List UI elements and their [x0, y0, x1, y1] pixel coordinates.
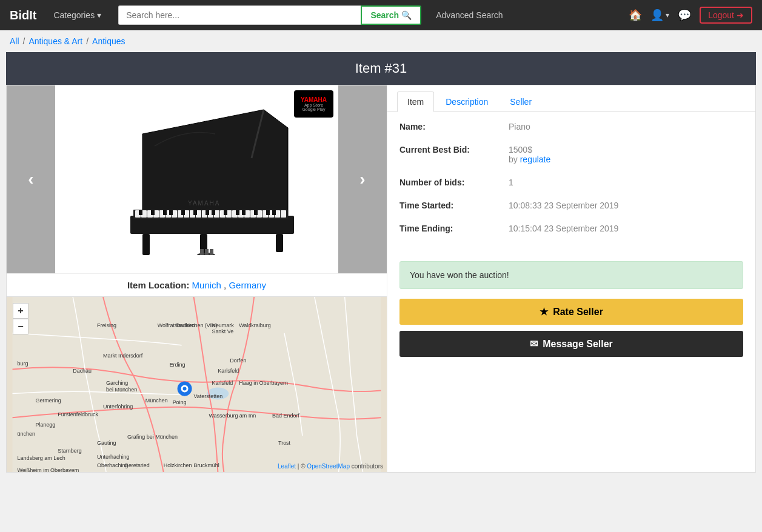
user-icon[interactable]: 👤 ▾ [650, 8, 669, 22]
svg-text:Vaterstetten: Vaterstetten [194, 393, 223, 399]
svg-text:Germering: Germering [35, 397, 61, 404]
item-title: Item #31 [6, 52, 756, 85]
svg-text:YAMAHA: YAMAHA [188, 200, 221, 207]
location-city: Munich [192, 280, 221, 290]
started-label: Time Started: [399, 201, 509, 210]
navbar-right: 🏠 👤 ▾ 💬 Logout ➜ [629, 7, 752, 24]
svg-text:Poing: Poing [173, 399, 187, 405]
map-svg: burg ünchen Germering Planegg Landsberg … [7, 297, 387, 472]
svg-rect-41 [272, 210, 276, 215]
bids-label: Number of bids: [399, 178, 509, 187]
rate-seller-button[interactable]: ★ Rate Seller [399, 299, 743, 325]
svg-text:Erding: Erding [170, 362, 185, 368]
svg-text:Bad Endorf: Bad Endorf [272, 413, 299, 419]
svg-rect-31 [169, 210, 173, 215]
svg-text:Waldkraiburg: Waldkraiburg [239, 322, 270, 328]
chevron-left-icon: ‹ [28, 170, 33, 189]
svg-text:Geretsried: Geretsried [124, 462, 150, 468]
svg-rect-44 [276, 234, 283, 252]
svg-text:ünchen: ünchen [18, 431, 35, 437]
home-icon[interactable]: 🏠 [629, 8, 642, 22]
logout-button[interactable]: Logout ➜ [700, 7, 752, 24]
svg-rect-29 [151, 210, 155, 215]
svg-rect-28 [139, 210, 142, 215]
svg-text:Landsberg am Lech: Landsberg am Lech [18, 455, 65, 461]
map-footer-text: | © [298, 463, 307, 470]
map-zoom-out-button[interactable]: − [13, 319, 28, 334]
map-container: burg ünchen Germering Planegg Landsberg … [7, 296, 387, 472]
tab-description[interactable]: Description [435, 91, 498, 111]
win-banner: You have won the auction! [399, 261, 743, 289]
ending-label: Time Ending: [399, 224, 509, 233]
osm-link[interactable]: OpenStreetMap [307, 463, 350, 470]
svg-rect-35 [212, 210, 215, 215]
svg-rect-39 [254, 210, 258, 215]
content-area: ‹ YAMAHA App Store Google Play [6, 85, 756, 473]
svg-text:Dachau: Dachau [73, 368, 92, 374]
message-seller-button[interactable]: ✉ Message Seller [399, 331, 743, 357]
tab-item[interactable]: Item [397, 91, 434, 112]
map-zoom-in-button[interactable]: + [13, 303, 28, 319]
svg-text:Karlsfeld: Karlsfeld [218, 368, 239, 374]
bid-bidder: by regulate [509, 155, 743, 164]
bid-label: Current Best Bid: [399, 145, 509, 155]
svg-text:Wolfratshausen: Wolfratshausen [158, 322, 195, 328]
breadcrumb-all[interactable]: All [10, 36, 19, 46]
bidder-link[interactable]: regulate [520, 155, 551, 164]
svg-rect-30 [163, 210, 167, 215]
envelope-icon: ✉ [530, 338, 538, 350]
svg-rect-37 [236, 210, 239, 215]
svg-rect-40 [266, 210, 270, 215]
item-location: Item Location: Munich , Germany [7, 273, 387, 296]
yamaha-logo: YAMAHA [301, 96, 327, 103]
started-value: 10:08:33 23 September 2019 [509, 201, 743, 210]
detail-row-name: Name: Piano [399, 122, 743, 131]
breadcrumb-category1[interactable]: Antiques & Art [28, 36, 82, 46]
right-panel: Item Description Seller Name: Piano Curr… [387, 85, 755, 472]
svg-point-91 [183, 387, 187, 390]
tab-seller[interactable]: Seller [500, 91, 542, 111]
svg-text:Neumark: Neumark [212, 322, 234, 328]
svg-text:Wasserburg am Inn: Wasserburg am Inn [209, 413, 256, 419]
chevron-down-icon: ▾ [97, 10, 101, 20]
svg-text:Unterföhring: Unterföhring [103, 404, 133, 410]
star-icon: ★ [540, 306, 548, 318]
svg-rect-42 [142, 234, 150, 255]
svg-text:Dorfen: Dorfen [230, 357, 246, 364]
map-pin [178, 382, 192, 396]
message-icon[interactable]: 💬 [678, 8, 691, 22]
svg-text:Sankt Ve: Sankt Ve [212, 328, 233, 334]
svg-text:Planegg: Planegg [35, 422, 55, 428]
tabs-container: Item Description Seller [387, 85, 755, 112]
detail-row-bid: Current Best Bid: 1500$ by regulate [399, 145, 743, 164]
carousel-prev-button[interactable]: ‹ [7, 85, 55, 273]
svg-text:Bruckmühl: Bruckmühl [194, 462, 219, 468]
svg-rect-38 [242, 210, 246, 215]
svg-rect-47 [205, 249, 209, 255]
breadcrumb-category2[interactable]: Antiques [92, 36, 125, 46]
search-input[interactable] [118, 5, 361, 25]
yamaha-subtext: App Store [304, 103, 323, 107]
carousel-next-button[interactable]: › [338, 85, 387, 273]
search-container: Search 🔍 [118, 5, 421, 25]
svg-text:Unterhaching: Unterhaching [97, 454, 129, 460]
leaflet-link[interactable]: Leaflet [278, 463, 296, 470]
categories-dropdown[interactable]: Categories ▾ [48, 8, 106, 22]
ending-value: 10:15:04 23 September 2019 [509, 224, 743, 233]
breadcrumb: All / Antiques & Art / Antiques [0, 30, 762, 52]
detail-row-ending: Time Ending: 10:15:04 23 September 2019 [399, 224, 743, 233]
svg-rect-46 [200, 249, 204, 255]
svg-rect-36 [224, 210, 227, 215]
bid-value: 1500$ by regulate [509, 145, 743, 164]
svg-rect-34 [206, 210, 209, 215]
detail-row-started: Time Started: 10:08:33 23 September 2019 [399, 201, 743, 210]
svg-rect-48 [210, 249, 213, 255]
image-carousel: ‹ YAMAHA App Store Google Play [7, 85, 387, 273]
brand-logo[interactable]: BidIt [10, 8, 36, 22]
yamaha-subtext2: Google Play [302, 107, 325, 111]
svg-text:bei München: bei München [106, 387, 137, 393]
search-icon: 🔍 [401, 10, 412, 20]
search-button[interactable]: Search 🔍 [361, 5, 421, 25]
advanced-search-link[interactable]: Advanced Search [436, 10, 503, 20]
svg-rect-33 [193, 210, 197, 215]
